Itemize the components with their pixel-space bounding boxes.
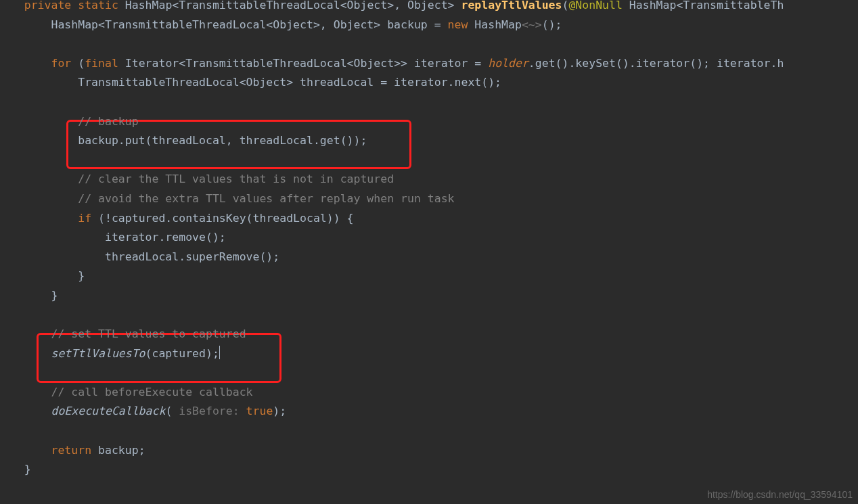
- keyword-static: static: [78, 0, 118, 12]
- method-name: replayTtlValues: [461, 0, 562, 12]
- csdn-watermark: https://blog.csdn.net/qq_33594101: [707, 489, 853, 500]
- stmt-superremove: threadLocal.superRemove();: [105, 250, 279, 263]
- comment-clear2: // avoid the extra TTL values after repl…: [78, 192, 454, 205]
- call-close: );: [273, 405, 286, 417]
- keyword-for: for: [51, 57, 78, 70]
- field-holder: holder: [488, 57, 528, 70]
- ctor: HashMap: [474, 18, 522, 31]
- stmt-iterator-remove: iterator.remove();: [105, 231, 226, 244]
- return-type: HashMap<TransmittableThreadLocal<Object>…: [125, 0, 455, 12]
- diamond-hint: <~>: [522, 18, 542, 31]
- keyword-new: new: [448, 18, 475, 31]
- stmt-backup-put: backup.put(threadLocal, threadLocal.get(…: [78, 134, 367, 147]
- keyword-final: final: [85, 57, 125, 70]
- param-hint-isbefore: isBefore:: [179, 405, 246, 417]
- comment-callback: // call beforeExecute callback: [51, 386, 252, 398]
- param-type: HashMap<TransmittableTh: [629, 0, 784, 12]
- for-rest: .get().keySet().iterator(); iterator.h: [528, 57, 784, 70]
- literal-true: true: [246, 405, 273, 417]
- method-close-brace: }: [24, 463, 31, 476]
- return-var: backup;: [98, 444, 145, 457]
- call-setttlvaluesto: setTtlValuesTo: [51, 347, 145, 360]
- keyword-private: private: [24, 0, 72, 12]
- threadlocal-decl: TransmittableThreadLocal<Object> threadL…: [78, 76, 501, 89]
- for-open: (: [78, 57, 85, 70]
- comment-backup: // backup: [78, 115, 138, 128]
- keyword-if: if: [78, 212, 98, 225]
- if-cond: (!captured.containsKey(threadLocal)) {: [98, 212, 354, 225]
- call-doexecutecallback: doExecuteCallback: [51, 405, 165, 417]
- annotation-nonnull: @NonNull: [568, 0, 622, 12]
- for-close-brace: }: [51, 289, 58, 302]
- backup-decl: HashMap<TransmittableThreadLocal<Object>…: [51, 18, 447, 31]
- iterator-decl: Iterator<TransmittableThreadLocal<Object…: [125, 57, 488, 70]
- call-open: (: [165, 405, 179, 417]
- code-editor[interactable]: private static HashMap<TransmittableThre…: [0, 0, 855, 480]
- comment-clear1: // clear the TTL values that is not in c…: [78, 173, 394, 185]
- comment-setttl: // set TTL values to captured: [51, 327, 246, 340]
- if-close-brace: }: [78, 269, 85, 282]
- caret: [219, 346, 220, 359]
- call-setttl-args: (captured);: [145, 347, 219, 360]
- ctor-end: ();: [542, 18, 562, 31]
- keyword-return: return: [51, 444, 98, 457]
